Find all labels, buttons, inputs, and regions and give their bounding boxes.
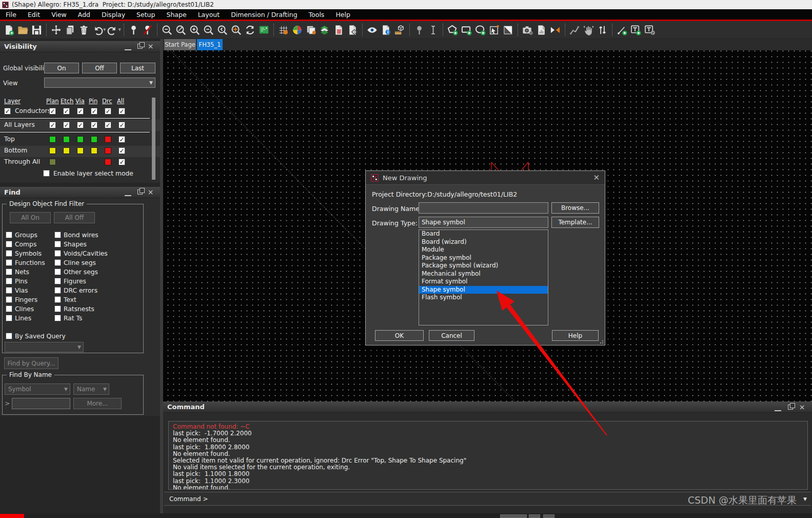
menu-dimension-drafting[interactable]: Dimension / Drafting xyxy=(225,9,303,20)
shape-add-polygon-icon[interactable] xyxy=(446,23,460,37)
zoom-in-icon[interactable] xyxy=(188,23,202,37)
conductors-drc-checkbox[interactable] xyxy=(105,108,111,114)
cancel-button[interactable]: Cancel xyxy=(429,330,474,341)
browse-button[interactable]: Browse... xyxy=(551,202,599,214)
float-button[interactable] xyxy=(788,405,793,410)
close-icon[interactable]: × xyxy=(147,189,154,196)
functions-checkbox[interactable] xyxy=(6,259,12,266)
figures-checkbox[interactable] xyxy=(54,278,61,284)
spread-icon[interactable] xyxy=(596,23,609,37)
etch-column-header[interactable]: Etch xyxy=(61,98,73,105)
list-item-mechanical-symbol[interactable]: Mechanical symbol xyxy=(419,270,548,278)
template-button[interactable]: Template... xyxy=(551,217,599,228)
zoom-out-icon[interactable] xyxy=(202,23,215,37)
find-by-name-mode-dropdown[interactable]: Name▼ xyxy=(73,383,109,395)
list-item-format-symbol[interactable]: Format symbol xyxy=(419,278,548,286)
text-checkbox[interactable] xyxy=(54,296,61,303)
all-column-header[interactable]: All xyxy=(117,98,124,105)
shape-add-rect-icon[interactable] xyxy=(460,23,473,37)
zoom-previous-icon[interactable] xyxy=(215,23,229,37)
minimize-button[interactable] xyxy=(125,189,131,196)
bottom-cutoff-button[interactable] xyxy=(529,514,540,518)
enable-layer-select-checkbox[interactable] xyxy=(43,170,50,177)
list-item-flash-symbol[interactable]: Flash symbol xyxy=(419,294,548,302)
shape-add-circle-icon[interactable] xyxy=(473,23,487,37)
comps-checkbox[interactable] xyxy=(6,241,12,247)
groups-checkbox[interactable] xyxy=(6,232,12,238)
shape-select-icon[interactable] xyxy=(487,23,501,37)
voids-cavities-checkbox[interactable] xyxy=(54,250,61,257)
conductors-via-checkbox[interactable] xyxy=(77,108,84,114)
new-drawing-icon[interactable] xyxy=(2,23,16,37)
unpin-icon[interactable] xyxy=(141,23,154,37)
zoom-center-icon[interactable] xyxy=(229,23,243,37)
symbols-checkbox[interactable] xyxy=(6,250,12,257)
menu-layout[interactable]: Layout xyxy=(192,9,226,20)
grid-toggle-icon[interactable] xyxy=(276,23,290,37)
find-by-name-type-dropdown[interactable]: Symbol▼ xyxy=(5,383,70,395)
bottom-plan-swatch[interactable] xyxy=(49,147,56,154)
drc-column-header[interactable]: Drc xyxy=(102,98,112,105)
redo-icon[interactable] xyxy=(106,23,120,37)
float-button[interactable] xyxy=(137,44,143,49)
bottom-etch-swatch[interactable] xyxy=(63,147,70,154)
menu-view[interactable]: View xyxy=(46,9,72,20)
dialog-titlebar[interactable]: New Drawing ✕ xyxy=(366,171,605,185)
shapes-checkbox[interactable] xyxy=(54,241,61,247)
clines-checkbox[interactable] xyxy=(6,305,12,312)
through-all-all-checkbox[interactable] xyxy=(118,159,125,165)
bottom-cutoff-button[interactable] xyxy=(500,514,527,518)
find-by-query-button[interactable]: Find by Query... xyxy=(4,357,58,369)
float-button[interactable] xyxy=(137,189,143,195)
redraw-icon[interactable] xyxy=(243,23,257,37)
bottom-cutoff-button[interactable] xyxy=(543,514,554,518)
all-layers-plan-checkbox[interactable] xyxy=(49,122,56,128)
menu-shape[interactable]: Shape xyxy=(161,9,192,20)
close-icon[interactable]: × xyxy=(799,405,805,411)
through-all-drc-swatch[interactable] xyxy=(105,159,111,165)
visibility-panel-header[interactable]: Visibility xyxy=(0,41,160,52)
dialog-resize-grip[interactable] xyxy=(598,338,603,343)
minimize-button[interactable] xyxy=(775,405,781,411)
menu-edit[interactable]: Edit xyxy=(22,9,46,20)
all-layers-pin-checkbox[interactable] xyxy=(91,122,97,128)
vias-checkbox[interactable] xyxy=(6,287,12,294)
through-all-plan-swatch[interactable] xyxy=(49,159,56,165)
visibility-options-icon[interactable] xyxy=(365,23,379,37)
add-text-icon[interactable] xyxy=(629,23,643,37)
ok-button[interactable]: OK xyxy=(375,330,424,341)
global-off-button[interactable]: Off xyxy=(82,63,117,73)
pin-icon[interactable] xyxy=(127,23,141,37)
drc-errors-checkbox[interactable] xyxy=(54,287,61,294)
top-pin-swatch[interactable] xyxy=(91,136,97,143)
move-icon[interactable] xyxy=(49,23,63,37)
measure-icon[interactable] xyxy=(393,23,407,37)
reports-icon[interactable] xyxy=(534,23,548,37)
bottom-via-swatch[interactable] xyxy=(77,147,84,154)
menu-tools[interactable]: Tools xyxy=(303,9,330,20)
tab-start-page[interactable]: Start Page xyxy=(164,39,196,50)
top-plan-swatch[interactable] xyxy=(49,136,56,143)
conductors-pin-checkbox[interactable] xyxy=(91,108,97,114)
flip-design-icon[interactable] xyxy=(257,23,271,37)
highlight-icon[interactable] xyxy=(412,23,426,37)
saved-query-dropdown[interactable]: ▼ xyxy=(5,342,84,352)
menu-display[interactable]: Display xyxy=(96,9,131,20)
minimize-button[interactable] xyxy=(125,44,131,50)
open-icon[interactable] xyxy=(16,23,30,37)
command-log[interactable]: Command not found: ~C last pick: -1.7000… xyxy=(168,421,808,490)
color-dialog-icon[interactable] xyxy=(290,23,304,37)
menu-setup[interactable]: Setup xyxy=(131,9,161,20)
bottom-pin-swatch[interactable] xyxy=(91,147,97,154)
top-etch-swatch[interactable] xyxy=(63,136,70,143)
all-layers-via-checkbox[interactable] xyxy=(77,122,84,128)
bond-wires-checkbox[interactable] xyxy=(54,232,61,238)
bottom-all-checkbox[interactable] xyxy=(118,147,125,154)
help-button[interactable]: Help xyxy=(552,330,599,341)
shape-edit-boundary-icon[interactable] xyxy=(501,23,515,37)
nets-checkbox[interactable] xyxy=(6,268,12,275)
list-item-package-symbol[interactable]: Package symbol xyxy=(419,254,548,262)
menu-help[interactable]: Help xyxy=(330,9,356,20)
zoom-points-icon[interactable] xyxy=(174,23,188,37)
swap-views-icon[interactable] xyxy=(548,23,562,37)
